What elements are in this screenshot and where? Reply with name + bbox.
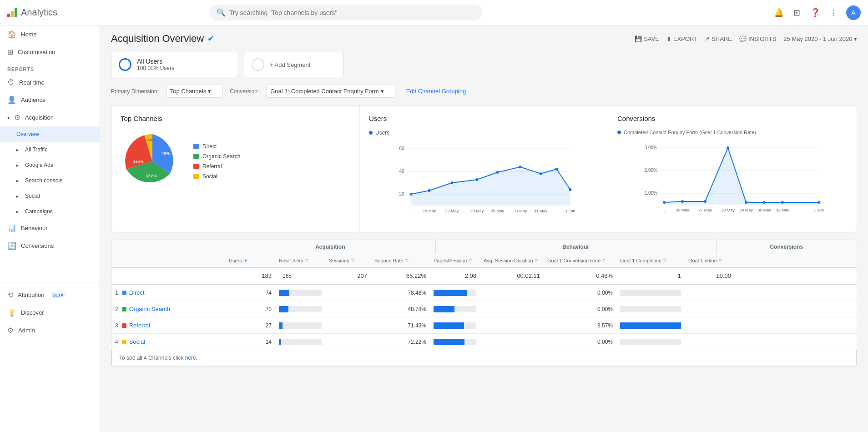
col-header-channel[interactable] (111, 254, 225, 267)
segment-add[interactable]: + Add Segment (244, 52, 344, 77)
save-button[interactable]: 💾 SAVE (635, 35, 659, 42)
svg-point-32 (727, 146, 729, 149)
sidebar-item-discover[interactable]: 💡 Discover (0, 304, 100, 321)
sidebar-item-realtime[interactable]: ⏱ Real-time (0, 74, 100, 91)
search-bar[interactable]: 🔍 (209, 5, 482, 20)
segment-all-users[interactable]: All Users 100.00% Users (111, 52, 238, 77)
sidebar-item-customisation[interactable]: ⊞ Customisation (0, 43, 100, 61)
svg-point-30 (681, 200, 684, 203)
avatar[interactable]: A (846, 5, 861, 20)
apps-icon[interactable]: ⊞ (792, 7, 802, 18)
channel-link-0[interactable]: Direct (129, 289, 145, 296)
col-header-pages[interactable]: Pages/Session ▽ (430, 254, 480, 267)
sidebar-item-audience[interactable]: 👤 Audience (0, 91, 100, 109)
sidebar-item-acquisition[interactable]: ▾ ⚙ Acquisition (0, 109, 100, 126)
sidebar-item-googleads[interactable]: ▸ Google Ads (0, 157, 100, 173)
col-header-goal1rate[interactable]: Goal 1 Conversion Rate ▽ (544, 254, 616, 267)
svg-text:27 May: 27 May (698, 208, 712, 212)
svg-point-13 (555, 168, 558, 171)
col-header-avgsession[interactable]: Avg. Session Duration ▽ (480, 254, 544, 267)
sidebar-label-audience: Audience (21, 96, 45, 103)
channel-link-2[interactable]: Referral (129, 322, 150, 329)
cell-channel-3: 4 Social (111, 334, 225, 350)
col-header-bounce[interactable]: Bounce Rate ▽ (371, 254, 430, 267)
table-row: 3 Referral 27 71.43% 3.57% (111, 317, 857, 334)
footer-link[interactable]: here (185, 355, 196, 361)
pie-container: 40% 37.8% 14.6% 7.6% Direct Organic Sear… (121, 130, 350, 193)
segment-circle (119, 58, 131, 71)
sidebar-item-conversions[interactable]: 🔄 Conversions (0, 237, 100, 255)
svg-text:26 May: 26 May (676, 208, 689, 212)
sidebar-item-social[interactable]: ▸ Social (0, 188, 100, 204)
pie-label-organic: 37.8% (146, 174, 157, 178)
conversion-chevron-icon: ▾ (381, 88, 384, 95)
primary-dimension-label: Primary Dimension: (111, 88, 159, 95)
sidebar-item-attribution[interactable]: ⟲ Attribution BETA (0, 286, 100, 304)
home-icon: 🏠 (7, 30, 16, 39)
sidebar-item-alltraffic[interactable]: ▸ All Traffic (0, 142, 100, 157)
svg-text:31 May: 31 May (534, 209, 548, 213)
expand-icon-campaigns: ▸ (16, 209, 19, 214)
svg-point-10 (496, 171, 499, 174)
save-icon: 💾 (635, 35, 642, 42)
legend-label-referral: Referral (202, 163, 222, 170)
sidebar-item-overview[interactable]: Overview (0, 126, 100, 142)
conversion-select[interactable]: Goal 1: Completed Contact Enquiry Form ▾ (266, 85, 395, 98)
col-header-goal1completion[interactable]: Goal 1 Completion ▽ (616, 254, 685, 267)
col-label-goal1completion: Goal 1 Completion (620, 258, 661, 263)
col-label-pages: Pages/Session (434, 258, 467, 263)
footer-text: To see all 4 Channels click (119, 355, 183, 361)
edit-channel-grouping-link[interactable]: Edit Channel Grouping (406, 88, 466, 95)
col-header-sessions[interactable]: Sessions ▽ (325, 254, 371, 267)
legend-dot-referral (193, 164, 199, 169)
col-header-goal1value[interactable]: Goal 1 Value ▽ (685, 254, 735, 267)
cell-avgsession-1 (480, 301, 544, 317)
sidebar-item-campaigns[interactable]: ▸ Campaigns (0, 204, 100, 219)
channel-link-1[interactable]: Organic Search (129, 306, 170, 312)
save-label: SAVE (644, 35, 659, 42)
svg-point-14 (569, 188, 572, 191)
row-num-0: 1 (115, 290, 118, 296)
date-range-picker[interactable]: 25 May 2020 - 1 Jun 2020 ▾ (783, 35, 857, 42)
filter-icon-avgsession: ▽ (535, 258, 538, 263)
row-num-3: 4 (115, 339, 118, 345)
app-logo: Analytics (7, 7, 57, 18)
help-icon[interactable]: ❓ (810, 7, 821, 18)
total-avgsession: 00:02:11 (480, 268, 544, 284)
svg-text:2.00%: 2.00% (645, 168, 657, 173)
share-button[interactable]: ↗ SHARE (705, 35, 732, 42)
sidebar-item-home[interactable]: 🏠 Home (0, 25, 100, 43)
sidebar-item-behaviour[interactable]: 📊 Behaviour (0, 219, 100, 237)
export-button[interactable]: ⬆ EXPORT (666, 35, 697, 42)
insights-button[interactable]: 💬 INSIGHTS (739, 35, 776, 42)
search-icon: 🔍 (217, 8, 226, 17)
sidebar-label-conversions: Conversions (21, 242, 54, 249)
filter-icon-newusers: ▽ (305, 258, 308, 263)
filter-icon-goal1completion: ▽ (663, 258, 666, 263)
svg-point-12 (540, 172, 542, 175)
topnav-right: 🔔 ⊞ ❓ ⋮ A (773, 5, 861, 20)
sidebar-item-searchconsole[interactable]: ▸ Search console (0, 173, 100, 188)
svg-text:29 May: 29 May (491, 209, 505, 213)
col-header-users[interactable]: Users ▼ (225, 254, 275, 267)
channel-link-3[interactable]: Social (129, 338, 145, 345)
users-chart-title: Users (369, 115, 599, 122)
legend-dot-organic (193, 154, 199, 159)
cell-goal1value-1 (685, 301, 735, 317)
cell-newusers-3 (275, 334, 325, 350)
share-label: SHARE (712, 35, 732, 42)
more-icon[interactable]: ⋮ (828, 7, 839, 18)
sidebar-item-admin[interactable]: ⚙ Admin (0, 321, 100, 339)
channel-dot-3 (122, 340, 126, 344)
search-input[interactable] (229, 9, 475, 16)
svg-text:...: ... (409, 209, 413, 213)
row-num-1: 2 (115, 306, 118, 312)
discover-icon: 💡 (7, 308, 16, 317)
logo-bar-2 (11, 11, 14, 17)
svg-point-31 (704, 200, 707, 203)
col-header-newusers[interactable]: New Users ▽ (275, 254, 325, 267)
svg-point-11 (519, 166, 522, 168)
notifications-icon[interactable]: 🔔 (773, 7, 784, 18)
expand-icon-acquisition: ▾ (7, 115, 10, 120)
primary-dimension-select[interactable]: Top Channels ▾ (166, 85, 223, 98)
